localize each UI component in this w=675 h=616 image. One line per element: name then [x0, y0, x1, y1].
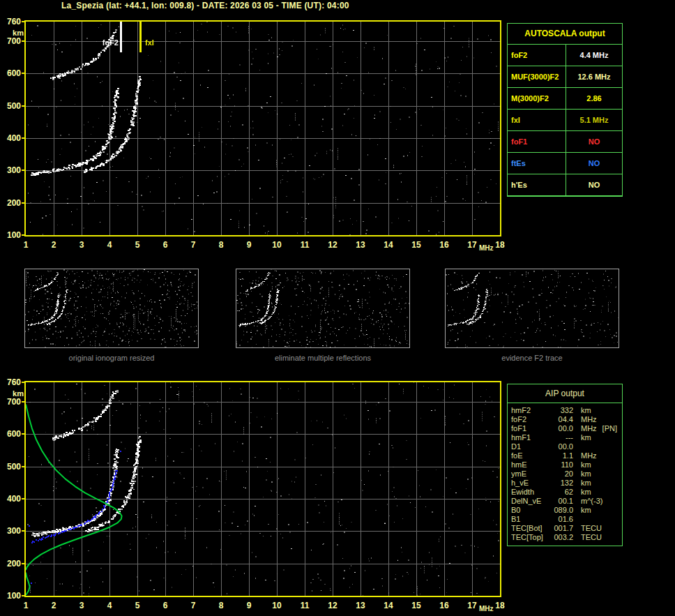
aip-parameter-name: foF2 [511, 415, 550, 424]
aip-parameter-unit: km [573, 406, 591, 415]
thumbnail-original-ionogram [24, 269, 199, 348]
x-tick-label: 12 [324, 601, 341, 610]
aip-parameter-name: B1 [511, 515, 550, 524]
aip-parameter-note [591, 469, 597, 479]
autoscala-table-row: h'Es NO [508, 174, 622, 196]
y-tick-label: 600 [3, 68, 21, 78]
aip-parameter-unit: MHz [573, 451, 597, 460]
parameter-label: fxI [508, 110, 566, 130]
autoscala-window: La_Spezia (lat: +44.1, lon: 009.8) - DAT… [0, 0, 675, 616]
aip-parameter-unit: MHz [573, 415, 597, 424]
thumbnail-evidence-f2 [445, 269, 619, 348]
aip-parameter-value: 089.0 [550, 506, 573, 515]
top-ionogram-canvas [26, 22, 500, 235]
x-tick-label: 16 [436, 240, 453, 250]
autoscala-output-table: AUTOSCALA output foF2 4.4 MHz MUF(3000)F… [507, 23, 623, 197]
aip-table-row: ymE 20 km [508, 469, 622, 479]
aip-parameter-value: 62 [550, 488, 573, 497]
fxi-marker-label: fxI [145, 38, 154, 47]
aip-parameter-value: --- [550, 433, 573, 442]
aip-table-row: Ewidth 62 km [508, 488, 622, 497]
aip-table-row: foF2 04.4 MHz [508, 415, 622, 424]
aip-parameter-name: foE [511, 451, 550, 460]
y-tick-label: 200 [3, 198, 21, 208]
parameter-value: 4.4 MHz [566, 45, 622, 66]
thumbnail-evidence-canvas [446, 269, 619, 347]
y-tick-label: 700 [3, 36, 21, 46]
x-tick-label: 6 [157, 240, 174, 250]
y-tick-label: 100 [3, 230, 21, 240]
top-y-axis-unit: km [6, 29, 24, 37]
station-title: La_Spezia (lat: +44.1, lon: 009.8) - DAT… [61, 1, 349, 10]
bottom-ionogram-plot [24, 381, 501, 597]
x-tick-label: 15 [408, 601, 425, 610]
x-tick-label: 7 [185, 601, 202, 610]
aip-parameter-name: hmF1 [511, 433, 550, 442]
parameter-label: ftEs [508, 153, 566, 174]
aip-parameter-value: 00.1 [550, 497, 573, 506]
x-tick-label: 14 [380, 601, 397, 610]
aip-table-row: B1 01.6 [508, 515, 622, 524]
thumbnail-eliminate-reflections [236, 269, 410, 348]
x-tick-label: 17 [464, 601, 480, 610]
aip-parameter-value: 001.7 [550, 524, 573, 533]
aip-parameter-name: h_vE [511, 479, 550, 488]
aip-parameter-unit: km [573, 433, 591, 442]
aip-parameter-value: 132 [550, 479, 573, 488]
thumbnail-caption-eliminate: eliminate multiple reflections [236, 354, 410, 362]
aip-table-row: h_vE 132 km [508, 479, 622, 488]
x-tick-label: 9 [241, 601, 257, 610]
parameter-label: MUF(3000)F2 [508, 66, 566, 87]
aip-parameter-note [591, 406, 597, 415]
autoscala-table-header: AUTOSCALA output [508, 24, 622, 45]
fof2-marker-label: foF2 [103, 38, 119, 47]
aip-parameter-value: 00.0 [550, 442, 573, 451]
aip-parameter-note [591, 479, 597, 488]
autoscala-table-row: MUF(3000)F2 12.6 MHz [508, 66, 622, 88]
y-tick-label: 500 [3, 462, 21, 472]
aip-table-row: TEC[Top] 003.2 TECU [508, 533, 622, 542]
x-tick-label: 17 [464, 240, 480, 250]
aip-parameter-unit: km [573, 488, 591, 497]
y-tick-label: 760 [3, 17, 21, 27]
x-tick-label: 5 [129, 601, 146, 610]
aip-parameter-unit: TECU [573, 533, 602, 542]
aip-parameter-unit: m^(-3) [573, 497, 602, 506]
parameter-value: NO [566, 153, 622, 174]
y-tick-label: 100 [3, 591, 21, 601]
aip-parameter-unit: km [573, 506, 591, 515]
aip-table-row: hmF2 332 km [508, 406, 622, 415]
autoscala-table-row: ftEs NO [508, 153, 622, 174]
aip-parameter-name: foF1 [511, 424, 550, 433]
top-x-axis-unit: MHz [479, 244, 494, 252]
aip-table-row: DelN_vE 00.1 m^(-3) [508, 497, 622, 506]
autoscala-table-row: foF1 NO [508, 131, 622, 153]
thumbnail-original-canvas [25, 269, 198, 347]
x-tick-label: 10 [268, 601, 285, 610]
y-tick-label: 400 [3, 133, 21, 143]
y-tick-label: 300 [3, 165, 21, 175]
aip-parameter-note [591, 506, 597, 515]
aip-parameter-value: 1.1 [550, 451, 573, 460]
aip-table-row: hmE 110 km [508, 460, 622, 469]
x-tick-label: 8 [213, 240, 229, 250]
x-tick-label: 18 [492, 240, 508, 250]
top-ionogram-plot: foF2 fxI [24, 20, 501, 236]
autoscala-table-row: foF2 4.4 MHz [508, 45, 622, 66]
x-tick-label: 3 [73, 601, 90, 610]
x-tick-label: 7 [185, 240, 202, 250]
aip-output-table: AIP output hmF2 332 km foF2 04.4 MHz foF… [507, 384, 623, 546]
aip-parameter-name: B0 [511, 506, 550, 515]
x-tick-label: 14 [380, 240, 397, 250]
aip-parameter-name: DelN_vE [511, 497, 550, 506]
aip-parameter-note [581, 442, 586, 451]
aip-parameter-name: Ewidth [511, 488, 550, 497]
bottom-ionogram-canvas [26, 382, 500, 596]
aip-table-row: B0 089.0 km [508, 506, 622, 515]
y-tick-label: 400 [3, 494, 21, 504]
x-tick-label: 6 [157, 601, 174, 610]
x-tick-label: 18 [492, 601, 508, 610]
aip-parameter-unit: km [573, 460, 591, 469]
aip-parameter-note [581, 515, 586, 524]
y-tick-label: 300 [3, 526, 21, 536]
